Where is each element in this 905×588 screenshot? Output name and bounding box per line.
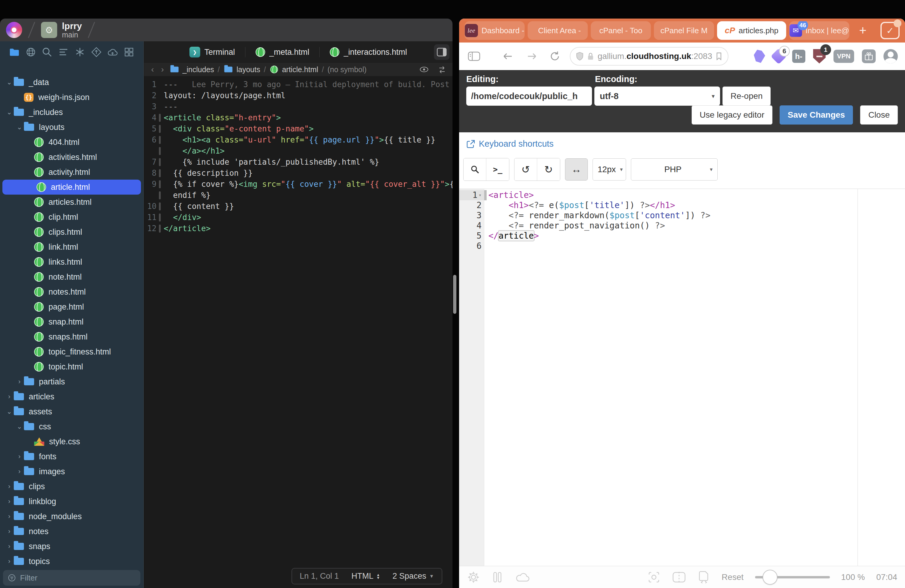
language-selector[interactable]: HTML▲▼	[351, 572, 380, 581]
pause-icon[interactable]	[492, 571, 503, 583]
sidebar-toggle-icon[interactable]	[466, 51, 482, 62]
tree-item-link-html[interactable]: link.html	[0, 240, 143, 254]
chevron-down-icon[interactable]: ⌄	[5, 78, 14, 86]
split-view-icon[interactable]	[672, 571, 686, 584]
project-name[interactable]: lprry	[62, 21, 82, 31]
chevron-right-icon[interactable]: ›	[15, 453, 24, 461]
code-line[interactable]: endif %}	[144, 190, 452, 201]
tree-item-links-html[interactable]: links.html	[0, 254, 143, 269]
forward-button[interactable]	[524, 51, 540, 61]
tab-overview-icon[interactable]: ✓	[880, 22, 900, 39]
filter-input[interactable]	[20, 573, 136, 583]
issues-icon[interactable]	[73, 46, 86, 59]
tree-item-weigh-ins-json[interactable]: {}weigh-ins.json	[0, 90, 143, 105]
code-line[interactable]: </a></h1>	[144, 146, 452, 157]
zoom-reset-button[interactable]: Reset	[722, 572, 743, 582]
code-line[interactable]: </article>	[488, 231, 905, 241]
git-icon[interactable]	[90, 46, 103, 59]
back-button[interactable]	[500, 51, 515, 61]
tree-item-activity-html[interactable]: activity.html	[0, 165, 143, 180]
zoom-slider[interactable]	[755, 576, 830, 578]
code-line[interactable]: 8 {{ description }}	[144, 168, 452, 179]
chevron-right-icon[interactable]: ›	[5, 558, 14, 565]
tree-item-assets[interactable]: ⌄assets	[0, 404, 143, 419]
encoding-select[interactable]: utf-8▾	[594, 86, 720, 106]
keyboard-shortcuts-link[interactable]: Keyboard shortcuts	[466, 139, 554, 149]
editor-tab--interactions-html[interactable]: _interactions.html	[320, 41, 417, 63]
terminal-button[interactable]: >_	[486, 158, 509, 181]
tree-item-notes-html[interactable]: notes.html	[0, 284, 143, 299]
search-icon[interactable]	[40, 46, 54, 59]
breadcrumb-item[interactable]: layouts	[223, 65, 260, 74]
chevron-right-icon[interactable]: ›	[15, 468, 24, 475]
chevron-right-icon[interactable]: ›	[15, 378, 24, 386]
browser-tab-cpanel-file-m[interactable]: cPanel File M	[654, 21, 714, 40]
tree-item-articles-html[interactable]: articles.html	[0, 195, 143, 210]
code-line[interactable]: <article>	[488, 190, 905, 200]
zoom-slider-knob[interactable]	[762, 570, 778, 585]
avatar-icon[interactable]	[883, 49, 898, 64]
code-line[interactable]: 9 {% if cover %}<img src="{{ cover }}" a…	[144, 179, 452, 190]
code-line[interactable]: 7 {% include 'partials/_publishedBy.html…	[144, 157, 452, 168]
extensions-icon[interactable]	[122, 46, 136, 59]
chevron-right-icon[interactable]: ›	[5, 542, 14, 550]
code-document-icon[interactable]	[698, 571, 710, 584]
breadcrumb-item[interactable]: (no symbol)	[327, 65, 367, 74]
font-size-select[interactable]: 12px▾	[592, 158, 626, 181]
code-line[interactable]: 1--- Lee Perry, 3 mo ago — Initial deplo…	[144, 79, 452, 90]
filter-box[interactable]	[3, 570, 140, 586]
browser-tab-dashboard-[interactable]: leeDashboard -	[464, 21, 525, 40]
new-tab-button[interactable]: +	[852, 23, 873, 38]
syntax-select[interactable]: PHP▾	[631, 158, 718, 181]
tree-item-notes[interactable]: ›notes	[0, 524, 143, 539]
chevron-down-icon[interactable]: ⌄	[15, 423, 24, 431]
tree-item-articles[interactable]: ›articles	[0, 389, 143, 404]
chevron-down-icon[interactable]: ⌄	[15, 123, 24, 131]
tree-item-css[interactable]: ⌄css	[0, 419, 143, 434]
tree-item-style-css[interactable]: style.css	[0, 434, 143, 449]
jump-symbols-icon[interactable]	[437, 64, 447, 75]
editor-tab--meta-html[interactable]: _meta.html	[245, 41, 320, 63]
chevron-down-icon[interactable]: ⌄	[5, 108, 14, 116]
tree-item-activities-html[interactable]: activities.html	[0, 150, 143, 165]
address-bar[interactable]: gallium.cloudhosting.uk:2083...	[570, 47, 729, 65]
legacy-editor-button[interactable]: Use legacy editor	[692, 105, 772, 124]
tree-item-snaps[interactable]: ›snaps	[0, 539, 143, 554]
bookmark-icon[interactable]	[716, 52, 722, 61]
browser-tab-articles-php[interactable]: cParticles.php	[717, 21, 786, 40]
vpn-icon[interactable]: VPN	[834, 50, 854, 63]
browser-tab-cpanel-too[interactable]: cPanel - Too	[591, 21, 651, 40]
reload-button[interactable]	[547, 50, 563, 62]
fold-arrow-icon[interactable]: ▾	[478, 190, 481, 200]
cloud-icon[interactable]	[106, 46, 119, 59]
tree-item-clips-html[interactable]: clips.html	[0, 224, 143, 240]
diamond-icon[interactable]: 6	[773, 51, 784, 62]
tree-item-snaps-html[interactable]: snaps.html	[0, 329, 143, 344]
crystal-icon[interactable]	[754, 50, 765, 63]
tree-item-topic-html[interactable]: topic.html	[0, 359, 143, 374]
forward-icon[interactable]: ›	[159, 65, 165, 74]
tree-item-images[interactable]: ›images	[0, 464, 143, 479]
code-line[interactable]: 10 {{ content }}	[144, 201, 452, 212]
tree-item-clip-html[interactable]: clip.html	[0, 210, 143, 224]
tree-item-fonts[interactable]: ›fonts	[0, 449, 143, 464]
code-line[interactable]: <?= render_post_navigation() ?>	[488, 221, 905, 231]
breadcrumb-item[interactable]: article.html	[269, 65, 318, 74]
search-button[interactable]	[464, 158, 486, 181]
tree-item--data[interactable]: ⌄_data	[0, 75, 143, 90]
chevron-right-icon[interactable]: ›	[5, 528, 14, 535]
tree-item-404-html[interactable]: 404.html	[0, 135, 143, 150]
tree-item-node-modules[interactable]: ›node_modules	[0, 509, 143, 524]
h-dot-icon[interactable]: h-	[792, 50, 805, 63]
editor-tab-terminal[interactable]: ❯Terminal	[179, 41, 245, 63]
code-line[interactable]: 4<article class="h-entry">	[144, 112, 452, 123]
close-button[interactable]: Close	[860, 105, 898, 124]
tree-item--includes[interactable]: ⌄_includes	[0, 105, 143, 120]
reopen-button[interactable]: Re-open	[722, 86, 771, 106]
browser-tab-client-area-[interactable]: Client Area -	[528, 21, 588, 40]
code-line[interactable]: <?= render_markdown($post['content']) ?>	[488, 210, 905, 221]
word-wrap-toggle[interactable]: ↔	[565, 158, 588, 181]
tree-item-topic-fitness-html[interactable]: topic_fitness.html	[0, 344, 143, 359]
chevron-right-icon[interactable]: ›	[5, 513, 14, 520]
indent-selector[interactable]: 2 Spaces▼	[393, 572, 434, 581]
